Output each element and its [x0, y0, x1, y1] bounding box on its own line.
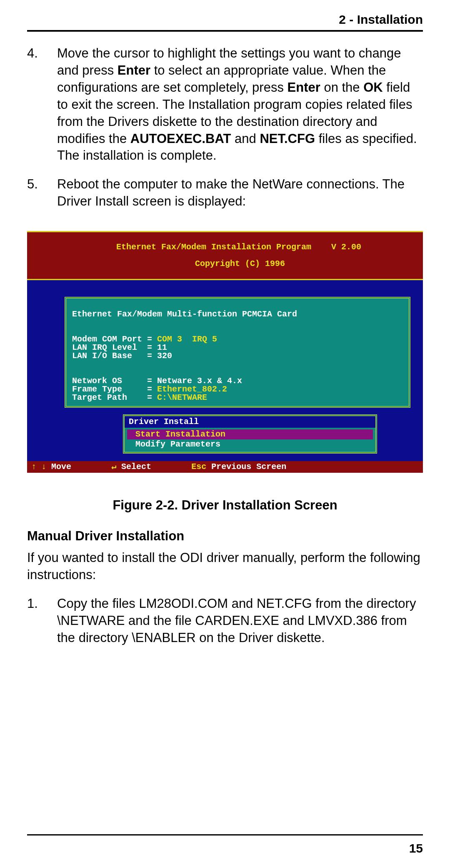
text-run: Reboot the computer to make the NetWare …: [57, 177, 405, 208]
step-number: 4.: [27, 45, 57, 164]
bold-term: AUTOEXEC.BAT: [130, 131, 231, 146]
step-number: 5.: [27, 176, 57, 210]
dos-footer: ↑ ↓ Move ↵ Select Esc Previous Screen: [27, 461, 423, 473]
bold-term: Enter: [288, 80, 320, 95]
dos-title-bar: Ethernet Fax/Modem Installation Program …: [27, 231, 423, 280]
highlighted-value: C:\NETWARE: [157, 393, 207, 402]
header-rule: [27, 30, 423, 32]
enter-icon: ↵: [111, 462, 121, 472]
config-text: LAN IRQ Level = 11 LAN I/O Base = 320: [72, 343, 172, 361]
step-body: Copy the files LM28ODI.COM and NET.CFG f…: [57, 595, 423, 647]
bold-term: NET.CFG: [260, 131, 315, 146]
config-text: Target Path =: [72, 393, 157, 402]
manual-install-intro: If you wanted to install the ODI driver …: [27, 549, 423, 584]
bold-term: Enter: [118, 63, 150, 78]
footer-move: Move: [51, 462, 71, 472]
dos-version: V 2.00: [331, 242, 364, 252]
step-body: Reboot the computer to make the NetWare …: [57, 176, 423, 210]
manual-install-heading: Manual Driver Installation: [27, 529, 423, 544]
driver-install-box: Driver Install Start Installation Modify…: [123, 414, 377, 454]
dos-title-line1: Ethernet Fax/Modem Installation Program: [116, 242, 311, 252]
card-header: Ethernet Fax/Modem Multi-function PCMCIA…: [72, 309, 297, 319]
instruction-step: 5.Reboot the computer to make the NetWar…: [27, 176, 423, 210]
dos-screenshot: Ethernet Fax/Modem Installation Program …: [27, 231, 423, 473]
step-number: 1.: [27, 595, 57, 647]
footer-select: Select: [121, 462, 151, 472]
text-run: on the: [320, 80, 363, 95]
esc-label: Esc: [191, 462, 211, 472]
instruction-step: 1.Copy the files LM28ODI.COM and NET.CFG…: [27, 595, 423, 647]
page-number: 15: [27, 841, 423, 855]
dos-body: Ethernet Fax/Modem Multi-function PCMCIA…: [27, 280, 423, 461]
driver-install-title: Driver Install: [125, 416, 375, 428]
step-body: Move the cursor to highlight the setting…: [57, 45, 423, 164]
section-header: 2 - Installation: [27, 13, 423, 27]
footer-previous: Previous Screen: [211, 462, 286, 472]
bold-term: OK: [363, 80, 383, 95]
footer-rule: [27, 834, 423, 835]
text-run: and: [231, 131, 260, 146]
card-box: Ethernet Fax/Modem Multi-function PCMCIA…: [65, 297, 410, 408]
arrow-icons: ↑ ↓: [31, 462, 51, 472]
menu-item[interactable]: Modify Parameters: [127, 439, 373, 449]
menu-item-selected[interactable]: Start Installation: [127, 429, 373, 439]
text-run: Copy the files LM28ODI.COM and NET.CFG f…: [57, 596, 416, 645]
figure-caption: Figure 2-2. Driver Installation Screen: [27, 498, 423, 513]
dos-title-line2: Copyright (C) 1996: [195, 259, 285, 268]
instruction-step: 4.Move the cursor to highlight the setti…: [27, 45, 423, 164]
